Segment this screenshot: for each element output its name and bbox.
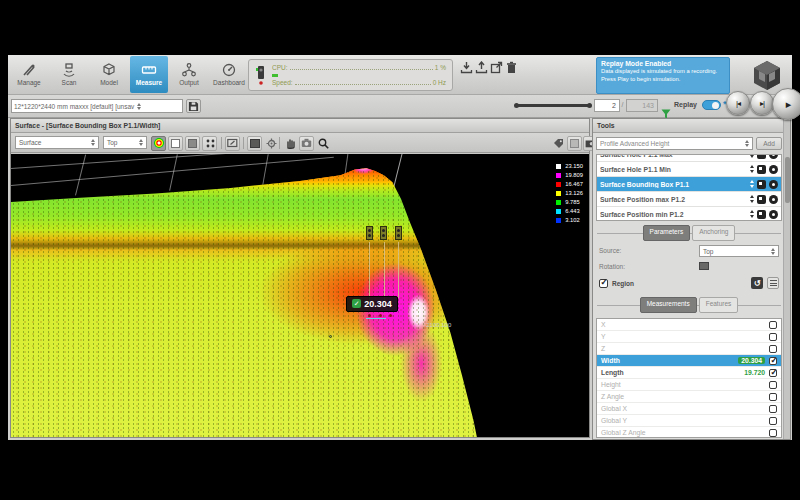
measurement-checkbox[interactable] xyxy=(769,333,777,341)
measurement-row[interactable]: Height xyxy=(597,379,781,391)
measurement-checkbox[interactable] xyxy=(769,417,777,425)
tool-row[interactable]: Surface Hole P1.1 Max xyxy=(597,154,781,162)
view-orientation-dropdown[interactable]: Top xyxy=(103,136,147,149)
tab-features[interactable]: Features xyxy=(699,297,739,313)
tool-row[interactable]: Surface Position max P1.2 xyxy=(597,192,781,207)
tag-button[interactable] xyxy=(551,136,566,151)
tab-measurements[interactable]: Measurements xyxy=(640,297,697,313)
tool-row[interactable]: Surface Hole P1.1 Min xyxy=(597,162,781,177)
snapshot-tool-button[interactable] xyxy=(299,136,314,151)
3d-viewport[interactable]: ✓ 20.304 23.150 19.809 16.467 13.126 9.7… xyxy=(11,154,589,437)
measurement-row[interactable]: Global Y xyxy=(597,415,781,427)
reorder-arrows-icon[interactable] xyxy=(750,165,754,173)
rotation-control[interactable] xyxy=(699,262,709,270)
measurement-row[interactable]: Global X xyxy=(597,403,781,415)
measure-region-handle[interactable] xyxy=(395,226,402,240)
nav-model[interactable]: Model xyxy=(90,56,128,93)
delete-tool-icon[interactable] xyxy=(769,195,778,204)
nav-manage[interactable]: Manage xyxy=(10,56,48,93)
toolbar-separator xyxy=(221,137,222,149)
measure-region-handle[interactable] xyxy=(366,226,373,240)
skip-back-button[interactable]: |◂ xyxy=(726,91,750,115)
tab-anchoring[interactable]: Anchoring xyxy=(692,225,735,241)
measurement-checkbox[interactable] xyxy=(769,393,777,401)
measurement-row[interactable]: Y xyxy=(597,331,781,343)
source-dropdown[interactable]: Top xyxy=(699,245,779,257)
reorder-arrows-icon[interactable] xyxy=(750,195,754,203)
delete-tool-icon[interactable] xyxy=(769,165,778,174)
export-button[interactable] xyxy=(490,60,503,73)
record-upload-button[interactable] xyxy=(475,60,488,73)
tool-type-dropdown[interactable]: Profile Advanced Height xyxy=(596,137,753,150)
filter-button[interactable] xyxy=(661,105,671,115)
reorder-arrows-icon[interactable] xyxy=(750,154,754,158)
legend-swatch xyxy=(556,164,561,169)
data-source-dropdown[interactable]: Surface xyxy=(15,136,99,149)
delete-tool-icon[interactable] xyxy=(769,154,778,159)
measurement-checkbox[interactable] xyxy=(769,321,777,329)
replay-toggle[interactable] xyxy=(702,100,721,110)
nav-scan[interactable]: Scan xyxy=(50,56,88,93)
measure-region-handle[interactable] xyxy=(380,226,387,240)
point-view-button[interactable] xyxy=(202,136,217,151)
tool-row-label: Surface Position max P1.2 xyxy=(600,196,747,203)
scrollbar-thumb[interactable] xyxy=(785,157,790,203)
surface-heatmap xyxy=(11,154,589,437)
duplicate-tool-icon[interactable] xyxy=(757,154,766,159)
measurement-row-width[interactable]: Width20.304 xyxy=(597,355,781,367)
toolbar-separator xyxy=(243,137,244,149)
measurement-checkbox[interactable] xyxy=(769,405,777,413)
duplicate-tool-icon[interactable] xyxy=(757,165,766,174)
measurement-checkbox[interactable] xyxy=(769,357,777,365)
measurement-row[interactable]: X xyxy=(597,319,781,331)
record-download-button[interactable] xyxy=(460,60,473,73)
measurement-row-length[interactable]: Length19.720 xyxy=(597,367,781,379)
zoom-tool-button[interactable] xyxy=(316,136,331,151)
delete-record-button[interactable] xyxy=(505,60,518,73)
view-settings-button[interactable] xyxy=(264,136,279,151)
duplicate-tool-icon[interactable] xyxy=(757,180,766,189)
nav-output[interactable]: Output xyxy=(170,56,208,93)
cpu-leader xyxy=(290,69,433,70)
tool-row-label: Surface Hole P1.1 Max xyxy=(600,154,747,158)
grid-toggle-button[interactable] xyxy=(567,136,582,151)
frame-current-input[interactable]: 2 xyxy=(594,99,620,112)
reorder-arrows-icon[interactable] xyxy=(750,180,754,188)
duplicate-tool-icon[interactable] xyxy=(757,195,766,204)
measurement-row[interactable]: Z xyxy=(597,343,781,355)
measurement-checkbox[interactable] xyxy=(769,369,777,377)
measurement-checkbox[interactable] xyxy=(769,345,777,353)
nav-measure[interactable]: Measure xyxy=(130,56,168,93)
speed-value: 0 Hz xyxy=(433,79,446,86)
duplicate-tool-icon[interactable] xyxy=(757,210,766,219)
panel-scrollbar[interactable] xyxy=(783,119,790,439)
measurement-checkbox[interactable] xyxy=(769,429,777,437)
banner-line1: Data displayed is simulated from a recor… xyxy=(601,68,717,74)
frame-slider[interactable] xyxy=(516,104,590,107)
tool-row-selected[interactable]: Surface Bounding Box P1.1 xyxy=(597,177,781,192)
play-button[interactable]: ▸ xyxy=(772,88,800,120)
region-checkbox[interactable] xyxy=(599,279,608,288)
step-forward-button[interactable]: ▸| xyxy=(750,91,774,115)
tab-parameters[interactable]: Parameters xyxy=(643,225,691,241)
nav-dashboard[interactable]: Dashboard xyxy=(210,56,248,93)
pan-tool-button[interactable] xyxy=(283,136,298,151)
measurement-row[interactable]: Global Z Angle xyxy=(597,427,781,438)
tool-row[interactable]: Surface Position min P1.2 xyxy=(597,207,781,221)
delete-tool-icon[interactable] xyxy=(769,180,778,189)
add-tool-button[interactable]: Add xyxy=(756,137,782,150)
region-display-button[interactable] xyxy=(247,136,262,151)
heatmap-view-button[interactable] xyxy=(151,136,166,151)
export-view-button[interactable] xyxy=(225,136,240,151)
height-color-legend: 23.150 19.809 16.467 13.126 9.785 6.443 … xyxy=(556,163,583,223)
delete-tool-icon[interactable] xyxy=(769,210,778,219)
uniform-view-button[interactable] xyxy=(168,136,183,151)
job-select-dropdown[interactable]: 12*1220*2440 mm maxxx [default] [unsav xyxy=(11,99,183,113)
reorder-arrows-icon[interactable] xyxy=(750,210,754,218)
gray-view-button[interactable] xyxy=(185,136,200,151)
region-list-button[interactable] xyxy=(767,277,779,289)
measurement-checkbox[interactable] xyxy=(769,381,777,389)
save-job-button[interactable] xyxy=(186,99,201,113)
measurement-row[interactable]: Z Angle xyxy=(597,391,781,403)
region-reset-button[interactable]: ↺ xyxy=(751,277,763,289)
